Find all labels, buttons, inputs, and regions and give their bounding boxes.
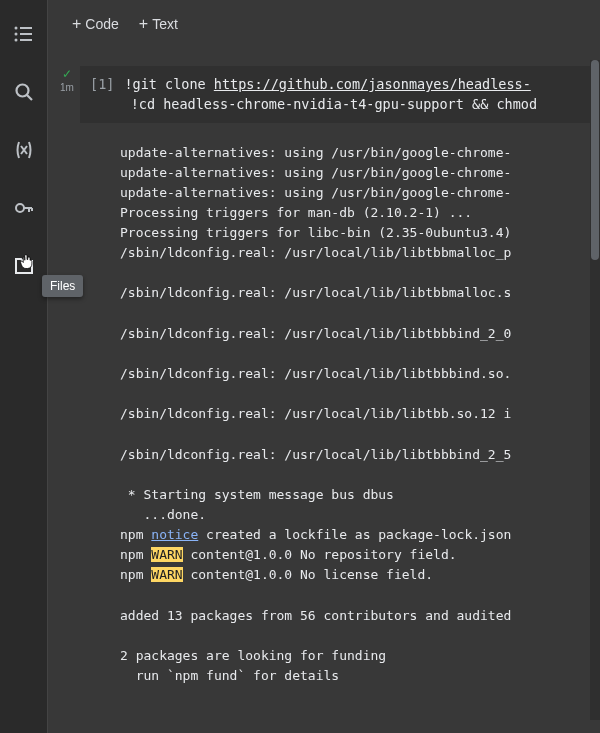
exec-status[interactable]: ✓ 1m xyxy=(58,68,76,93)
variables-icon[interactable] xyxy=(10,136,38,164)
main-area: + Code + Text ✓ 1m [1]!git clone https:/… xyxy=(48,0,600,733)
add-code-label: Code xyxy=(85,16,118,32)
check-icon: ✓ xyxy=(62,68,72,80)
vertical-scrollbar[interactable] xyxy=(590,60,600,720)
output-line: update-alternatives: using /usr/bin/goog… xyxy=(120,165,511,180)
output-line: /sbin/ldconfig.real: /usr/local/lib/libt… xyxy=(120,326,511,341)
npm-warn-tag: WARN xyxy=(151,567,182,582)
exec-timing: 1m xyxy=(60,82,74,93)
output-line: update-alternatives: using /usr/bin/goog… xyxy=(120,145,511,160)
svg-rect-3 xyxy=(20,33,32,35)
output-line: /sbin/ldconfig.real: /usr/local/lib/libt… xyxy=(120,285,511,300)
files-icon[interactable] xyxy=(10,252,38,280)
search-icon[interactable] xyxy=(10,78,38,106)
output-line: npm notice created a lockfile as package… xyxy=(120,527,511,542)
svg-point-2 xyxy=(14,33,17,36)
code-cell: ✓ 1m [1]!git clone https://github.com/ja… xyxy=(48,66,600,123)
svg-point-4 xyxy=(14,39,17,42)
secrets-icon[interactable] xyxy=(10,194,38,222)
scroll-thumb[interactable] xyxy=(591,60,599,260)
add-text-button[interactable]: + Text xyxy=(133,14,184,34)
npm-warn-tag: WARN xyxy=(151,547,182,562)
left-sidebar xyxy=(0,0,48,733)
output-line: npm WARN content@1.0.0 No repository fie… xyxy=(120,547,457,562)
code-editor[interactable]: [1]!git clone https://github.com/jasonma… xyxy=(80,66,600,123)
cell-output: update-alternatives: using /usr/bin/goog… xyxy=(48,143,600,687)
tooltip: Files xyxy=(42,275,83,297)
output-line: /sbin/ldconfig.real: /usr/local/lib/libt… xyxy=(120,245,511,260)
output-line: npm WARN content@1.0.0 No license field. xyxy=(120,567,433,582)
svg-rect-5 xyxy=(20,39,32,41)
exec-count: [1] xyxy=(90,76,114,92)
add-text-label: Text xyxy=(152,16,178,32)
add-code-button[interactable]: + Code xyxy=(66,14,125,34)
code-line: !cd headless-chrome-nvidia-t4-gpu-suppor… xyxy=(131,96,537,112)
output-line: * Starting system message bus dbus xyxy=(120,487,394,502)
output-line: /sbin/ldconfig.real: /usr/local/lib/libt… xyxy=(120,406,511,421)
svg-rect-1 xyxy=(20,27,32,29)
svg-point-8 xyxy=(16,204,24,212)
toc-icon[interactable] xyxy=(10,20,38,48)
plus-icon: + xyxy=(139,16,148,32)
svg-point-6 xyxy=(16,85,28,97)
svg-line-7 xyxy=(27,95,32,100)
output-line: Processing triggers for man-db (2.10.2-1… xyxy=(120,205,472,220)
cell-toolbar: + Code + Text xyxy=(48,0,600,48)
plus-icon: + xyxy=(72,16,81,32)
output-line: added 13 packages from 56 contributors a… xyxy=(120,608,511,623)
clone-url[interactable]: https://github.com/jasonmayes/headless- xyxy=(214,76,531,92)
svg-point-0 xyxy=(14,27,17,30)
output-line: run `npm fund` for details xyxy=(120,668,339,683)
output-line: /sbin/ldconfig.real: /usr/local/lib/libt… xyxy=(120,447,511,462)
output-line: update-alternatives: using /usr/bin/goog… xyxy=(120,185,511,200)
output-line: ...done. xyxy=(120,507,206,522)
output-line: /sbin/ldconfig.real: /usr/local/lib/libt… xyxy=(120,366,511,381)
npm-notice-tag: notice xyxy=(151,527,198,542)
output-line: Processing triggers for libc-bin (2.35-0… xyxy=(120,225,511,240)
output-line: 2 packages are looking for funding xyxy=(120,648,386,663)
